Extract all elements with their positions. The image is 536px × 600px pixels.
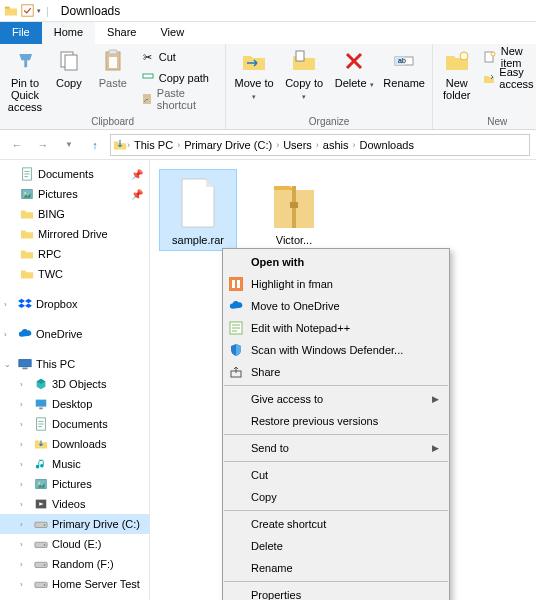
expand-icon[interactable]: › — [20, 520, 30, 529]
nav-forward-button[interactable]: → — [32, 134, 54, 156]
expand-icon[interactable]: › — [20, 380, 30, 389]
sidebar-quick-1[interactable]: Pictures📌 — [0, 184, 149, 204]
blank-icon — [227, 391, 245, 407]
expand-icon[interactable]: › — [4, 330, 14, 339]
sidebar-thispc-1[interactable]: ›Desktop — [0, 394, 149, 414]
nav-up-button[interactable]: ↑ — [84, 134, 106, 156]
sidebar-quick-2[interactable]: BING — [0, 204, 149, 224]
sidebar-thispc-7[interactable]: ›Primary Drive (C:) — [0, 514, 149, 534]
sidebar-thispc-10[interactable]: ›Home Server Test — [0, 574, 149, 594]
sidebar-quick-4[interactable]: RPC — [0, 244, 149, 264]
svg-text:ab: ab — [398, 57, 406, 64]
nav-back-button[interactable]: ← — [6, 134, 28, 156]
menu-item-15[interactable]: Create shortcut — [223, 513, 449, 535]
svg-rect-19 — [22, 368, 27, 370]
menu-item-3[interactable]: Edit with Notepad++ — [223, 317, 449, 339]
file-name: sample.rar — [172, 234, 224, 250]
crumb-4[interactable]: Downloads — [356, 139, 418, 151]
expand-icon[interactable]: › — [20, 540, 30, 549]
sidebar-quick-3[interactable]: Mirrored Drive — [0, 224, 149, 244]
sidebar-dropbox[interactable]: ›Dropbox — [0, 294, 149, 314]
crumb-0[interactable]: This PC — [130, 139, 177, 151]
menu-item-16[interactable]: Delete — [223, 535, 449, 557]
paste-shortcut-button[interactable]: Paste shortcut — [138, 89, 219, 109]
crumb-2[interactable]: Users — [279, 139, 316, 151]
menu-item-19[interactable]: Properties — [223, 584, 449, 600]
blank-icon — [227, 413, 245, 429]
rename-icon: ab — [390, 47, 418, 75]
easy-access-button[interactable]: Easy access ▾ — [480, 68, 536, 88]
doc-icon — [34, 417, 48, 431]
menu-item-5[interactable]: Share — [223, 361, 449, 383]
file-item-0[interactable]: sample.rar — [160, 170, 236, 250]
nav-history-button[interactable]: ▼ — [58, 134, 80, 156]
cut-button[interactable]: ✂Cut — [138, 47, 219, 67]
tab-view[interactable]: View — [148, 22, 196, 44]
menu-item-17[interactable]: Rename — [223, 557, 449, 579]
expand-icon[interactable]: › — [20, 460, 30, 469]
sidebar-onedrive[interactable]: ›OneDrive — [0, 324, 149, 344]
menu-item-1[interactable]: Highlight in fman — [223, 273, 449, 295]
sidebar-thispc-3[interactable]: ›Downloads — [0, 434, 149, 454]
collapse-icon[interactable]: ⌄ — [4, 360, 14, 369]
sidebar-thispc-6[interactable]: ›Videos — [0, 494, 149, 514]
pin-quick-access-button[interactable]: Pin to Quick access — [6, 47, 44, 113]
pin-icon: 📌 — [131, 189, 143, 200]
sidebar-thispc-8[interactable]: ›Cloud (E:) — [0, 534, 149, 554]
svg-rect-38 — [237, 280, 240, 288]
tab-share[interactable]: Share — [95, 22, 148, 44]
file-thumb-icon — [174, 174, 222, 232]
expand-icon[interactable]: › — [20, 420, 30, 429]
tab-file[interactable]: File — [0, 22, 42, 44]
folder-icon — [20, 227, 34, 241]
sidebar-thispc-4[interactable]: ›Music — [0, 454, 149, 474]
new-item-button[interactable]: New item ▾ — [480, 47, 536, 67]
paste-button[interactable]: Paste — [94, 47, 132, 89]
svg-rect-5 — [109, 57, 117, 68]
sidebar-thispc-5[interactable]: ›Pictures — [0, 474, 149, 494]
expand-icon[interactable]: › — [20, 440, 30, 449]
crumb-1[interactable]: Primary Drive (C:) — [180, 139, 276, 151]
blank-icon — [227, 560, 245, 576]
copy-path-button[interactable]: Copy path — [138, 68, 219, 88]
pic-icon — [20, 187, 34, 201]
doc-icon — [20, 167, 34, 181]
menu-item-0[interactable]: Open with — [223, 251, 449, 273]
menu-item-4[interactable]: Scan with Windows Defender... — [223, 339, 449, 361]
expand-icon[interactable]: › — [4, 300, 14, 309]
copy-button[interactable]: Copy — [50, 47, 88, 89]
rename-button[interactable]: ab Rename — [382, 47, 426, 89]
copy-to-button[interactable]: Copy to ▾ — [282, 47, 326, 103]
qat-dropdown-icon[interactable]: ▾ — [37, 7, 41, 15]
video-icon — [34, 497, 48, 511]
ribbon: Pin to Quick access Copy Paste ✂Cut Copy… — [0, 44, 536, 130]
sidebar-thispc-9[interactable]: ›Random (F:) — [0, 554, 149, 574]
svg-point-33 — [44, 584, 46, 586]
svg-point-17 — [24, 192, 26, 194]
sidebar-quick-0[interactable]: Documents📌 — [0, 164, 149, 184]
menu-item-8[interactable]: Restore previous versions — [223, 410, 449, 432]
expand-icon[interactable]: › — [20, 560, 30, 569]
sidebar-thispc-0[interactable]: ›3D Objects — [0, 374, 149, 394]
file-item-1[interactable]: Victor... — [256, 170, 332, 250]
expand-icon[interactable]: › — [20, 500, 30, 509]
menu-item-12[interactable]: Cut — [223, 464, 449, 486]
crumb-3[interactable]: ashis — [319, 139, 353, 151]
move-to-button[interactable]: Move to ▾ — [232, 47, 276, 103]
sidebar-quick-5[interactable]: TWC — [0, 264, 149, 284]
sidebar-thispc[interactable]: ⌄This PC — [0, 354, 149, 374]
qat-save-icon[interactable] — [21, 4, 34, 17]
tab-home[interactable]: Home — [42, 22, 95, 44]
breadcrumb[interactable]: › This PC› Primary Drive (C:)› Users› as… — [110, 134, 530, 156]
menu-item-13[interactable]: Copy — [223, 486, 449, 508]
sidebar-thispc-2[interactable]: ›Documents — [0, 414, 149, 434]
menu-item-2[interactable]: Move to OneDrive — [223, 295, 449, 317]
expand-icon[interactable]: › — [20, 580, 30, 589]
menu-item-7[interactable]: Give access to▶ — [223, 388, 449, 410]
expand-icon[interactable]: › — [20, 480, 30, 489]
expand-icon[interactable]: › — [20, 400, 30, 409]
submenu-arrow-icon: ▶ — [432, 443, 439, 453]
new-folder-button[interactable]: New folder — [439, 47, 474, 101]
delete-button[interactable]: Delete ▾ — [332, 47, 376, 91]
menu-item-10[interactable]: Send to▶ — [223, 437, 449, 459]
